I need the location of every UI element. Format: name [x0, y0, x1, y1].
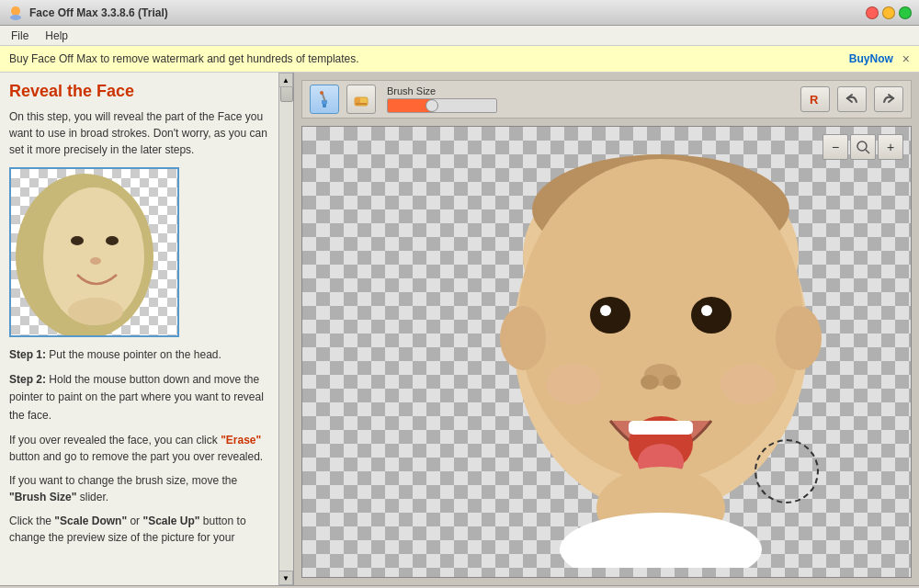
window-minimize-button[interactable] — [882, 6, 895, 19]
eraser-icon — [352, 90, 370, 108]
buy-now-link[interactable]: BuyNow — [849, 52, 893, 65]
toolbar: Brush Size R — [301, 80, 912, 119]
panel-description: On this step, you will reveal the part o… — [9, 108, 275, 158]
svg-point-22 — [691, 297, 732, 334]
face-preview — [9, 167, 179, 337]
erase-reference: "Erase" — [221, 434, 261, 447]
redo-icon — [880, 91, 897, 107]
menu-bar: File Help — [0, 26, 919, 46]
zoom-fit-icon — [856, 140, 870, 154]
zoom-out-button[interactable]: − — [823, 134, 848, 160]
svg-point-26 — [641, 375, 659, 390]
zoom-in-button[interactable]: + — [878, 134, 903, 160]
redo-button[interactable] — [874, 86, 903, 112]
brush-size-label: Brush Size — [387, 85, 497, 96]
scroll-down-arrow[interactable]: ▼ — [278, 571, 293, 585]
svg-point-23 — [600, 305, 611, 316]
svg-point-27 — [663, 375, 681, 390]
svg-rect-15 — [356, 103, 367, 105]
app-icon — [7, 5, 24, 21]
step1-text: Step 1: Put the mouse pointer on the hea… — [9, 346, 275, 364]
paintbrush-icon — [315, 90, 334, 108]
svg-line-38 — [866, 150, 869, 153]
window-close-button[interactable] — [866, 6, 879, 19]
menu-file[interactable]: File — [4, 28, 36, 44]
eraser-button[interactable] — [346, 85, 376, 114]
banner-close-button[interactable]: × — [902, 51, 910, 66]
left-panel-content: Reveal the Face On this step, you will r… — [0, 73, 293, 585]
panel-title: Reveal the Face — [9, 82, 275, 101]
paintbrush-button[interactable] — [310, 85, 339, 114]
svg-point-35 — [500, 306, 546, 370]
zoom-fit-button[interactable] — [850, 134, 876, 160]
title-bar: Face Off Max 3.3.8.6 (Trial) — [0, 0, 919, 26]
note3-text: Click the "Scale Down" or "Scale Up" but… — [9, 513, 275, 546]
svg-rect-29 — [629, 421, 693, 435]
preview-svg — [11, 169, 179, 337]
reset-button[interactable]: R — [800, 86, 830, 112]
right-panel: Brush Size R — [294, 73, 919, 585]
main-layout: Reveal the Face On this step, you will r… — [0, 73, 919, 585]
window-maximize-button[interactable] — [899, 6, 912, 19]
menu-help[interactable]: Help — [38, 28, 75, 44]
banner-text: Buy Face Off Max to remove watermark and… — [9, 52, 359, 65]
note1-text: If you over revealed the face, you can c… — [9, 432, 275, 465]
svg-point-7 — [90, 257, 101, 265]
svg-point-32 — [720, 364, 776, 404]
banner: Buy Face Off Max to remove watermark and… — [0, 46, 919, 73]
brush-size-group: Brush Size — [387, 85, 497, 113]
svg-point-8 — [68, 298, 123, 325]
canvas-area[interactable]: − + — [301, 126, 912, 578]
brush-size-slider[interactable] — [387, 98, 497, 113]
undo-button[interactable] — [837, 86, 867, 112]
svg-point-6 — [106, 236, 119, 245]
left-panel: Reveal the Face On this step, you will r… — [0, 73, 294, 585]
reset-icon: R — [807, 91, 823, 107]
zoom-controls: − + — [823, 134, 903, 160]
baby-face-image — [440, 145, 881, 568]
left-scrollbar[interactable]: ▲ ▼ — [278, 73, 293, 585]
svg-point-12 — [320, 91, 323, 95]
svg-point-37 — [857, 141, 867, 151]
step2-text: Step 2: Hold the mouse button down and m… — [9, 371, 275, 424]
svg-point-1 — [10, 15, 21, 20]
window-title: Face Off Max 3.3.8.6 (Trial) — [29, 6, 168, 19]
undo-icon — [844, 91, 860, 107]
svg-point-0 — [11, 6, 20, 16]
svg-point-36 — [776, 306, 822, 370]
svg-point-5 — [71, 236, 84, 245]
svg-point-24 — [701, 305, 712, 316]
svg-point-31 — [546, 364, 601, 404]
window-controls[interactable] — [866, 6, 912, 19]
scroll-up-arrow[interactable]: ▲ — [278, 73, 293, 87]
svg-text:R: R — [810, 93, 819, 107]
note2-text: If you want to change the brush size, mo… — [9, 472, 275, 505]
svg-point-21 — [590, 297, 630, 334]
